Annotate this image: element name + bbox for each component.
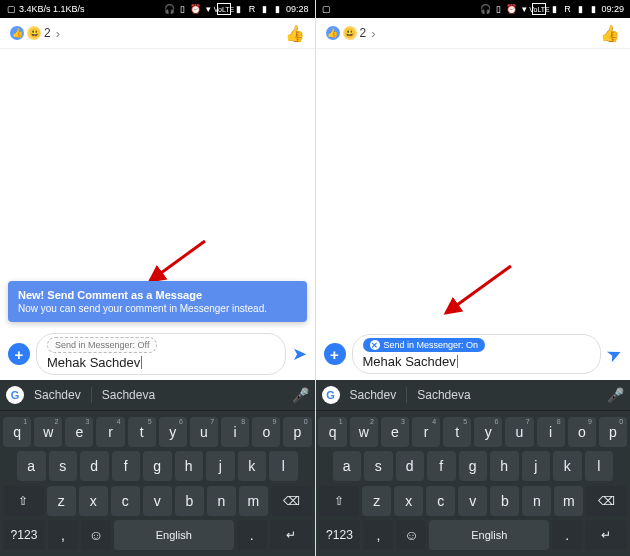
key-[interactable]: , <box>363 520 393 550</box>
key-[interactable]: ↵ <box>585 520 627 550</box>
key-g[interactable]: g <box>459 451 488 481</box>
like-button[interactable]: 👍 <box>600 24 620 43</box>
key-f[interactable]: f <box>112 451 141 481</box>
key-[interactable]: ⇧ <box>319 486 360 516</box>
key-s[interactable]: s <box>49 451 78 481</box>
key-[interactable]: . <box>237 520 267 550</box>
suggestion-2[interactable]: Sachdeva <box>417 388 470 402</box>
key-a[interactable]: a <box>17 451 46 481</box>
key-z[interactable]: z <box>47 486 76 516</box>
key-h[interactable]: h <box>490 451 519 481</box>
key-o[interactable]: o9 <box>568 417 596 447</box>
key-a[interactable]: a <box>333 451 362 481</box>
key-v[interactable]: v <box>458 486 487 516</box>
key-m[interactable]: m <box>554 486 583 516</box>
key-d[interactable]: d <box>396 451 425 481</box>
key-s[interactable]: s <box>364 451 393 481</box>
key-j[interactable]: j <box>522 451 551 481</box>
key-l[interactable]: l <box>585 451 614 481</box>
key-[interactable]: ⌫ <box>586 486 627 516</box>
key-e[interactable]: e3 <box>381 417 409 447</box>
comment-text-input[interactable]: Mehak Sachdev <box>47 355 275 370</box>
battery-icon: ▮ <box>588 4 598 14</box>
key-z[interactable]: z <box>362 486 391 516</box>
key-[interactable]: ⇧ <box>3 486 44 516</box>
key-row-4: ?123,☺English.↵ <box>3 520 312 550</box>
key-i[interactable]: i8 <box>221 417 249 447</box>
key-c[interactable]: c <box>426 486 455 516</box>
key-w[interactable]: w2 <box>350 417 378 447</box>
key-[interactable]: ☺ <box>81 520 111 550</box>
key-m[interactable]: m <box>239 486 268 516</box>
key-q[interactable]: q1 <box>3 417 31 447</box>
send-button[interactable]: ➤ <box>292 343 307 365</box>
key-y[interactable]: y6 <box>474 417 502 447</box>
key-r[interactable]: r4 <box>96 417 124 447</box>
mic-icon[interactable]: 🎤 <box>607 387 624 403</box>
close-icon[interactable]: ✕ <box>370 340 380 350</box>
key-n[interactable]: n <box>207 486 236 516</box>
reactions-summary[interactable]: 👍 😃 2 › <box>10 26 60 41</box>
signal2-icon: ▮ <box>260 4 270 14</box>
key-english[interactable]: English <box>114 520 234 550</box>
key-english[interactable]: English <box>429 520 549 550</box>
screenshot-left: ▢ 3.4KB/s 1.1KB/s 🎧 ▯ ⏰ ▾ VoLTE ▮ R ▮ ▮ … <box>0 0 316 556</box>
key-t[interactable]: t5 <box>443 417 471 447</box>
reactions-summary[interactable]: 👍 😃 2 › <box>326 26 376 41</box>
suggestion-2[interactable]: Sachdeva <box>102 388 155 402</box>
comment-text-input[interactable]: Mehak Sachdev <box>363 354 591 369</box>
key-o[interactable]: o9 <box>252 417 280 447</box>
key-f[interactable]: f <box>427 451 456 481</box>
key-n[interactable]: n <box>522 486 551 516</box>
key-b[interactable]: b <box>490 486 519 516</box>
key-k[interactable]: k <box>553 451 582 481</box>
key-u[interactable]: u7 <box>505 417 533 447</box>
key-k[interactable]: k <box>238 451 267 481</box>
key-x[interactable]: x <box>79 486 108 516</box>
key-j[interactable]: j <box>206 451 235 481</box>
like-button[interactable]: 👍 <box>285 24 305 43</box>
key-c[interactable]: c <box>111 486 140 516</box>
suggestion-1[interactable]: Sachdev <box>34 388 81 402</box>
key-b[interactable]: b <box>175 486 204 516</box>
mic-icon[interactable]: 🎤 <box>292 387 309 403</box>
send-button[interactable]: ➤ <box>603 341 626 367</box>
key-q[interactable]: q1 <box>318 417 346 447</box>
key-d[interactable]: d <box>80 451 109 481</box>
key-u[interactable]: u7 <box>190 417 218 447</box>
key-p[interactable]: p0 <box>599 417 627 447</box>
key-i[interactable]: i8 <box>537 417 565 447</box>
key-x[interactable]: x <box>394 486 423 516</box>
content-area: + ✕ Send in Messenger: On Mehak Sachdev … <box>316 49 631 380</box>
add-attachment-button[interactable]: + <box>8 343 30 365</box>
send-in-messenger-toggle[interactable]: ✕ Send in Messenger: On <box>363 338 486 352</box>
add-attachment-button[interactable]: + <box>324 343 346 365</box>
comment-input-box[interactable]: ✕ Send in Messenger: On Mehak Sachdev <box>352 334 602 374</box>
key-l[interactable]: l <box>269 451 298 481</box>
key-123[interactable]: ?123 <box>3 520 45 550</box>
key-e[interactable]: e3 <box>65 417 93 447</box>
key-p[interactable]: p0 <box>283 417 311 447</box>
comment-input-box[interactable]: Send in Messenger: Off Mehak Sachdev <box>36 333 286 375</box>
suggestion-1[interactable]: Sachdev <box>350 388 397 402</box>
key-[interactable]: , <box>48 520 78 550</box>
key-t[interactable]: t5 <box>128 417 156 447</box>
key-v[interactable]: v <box>143 486 172 516</box>
key-[interactable]: ☺ <box>396 520 426 550</box>
send-in-messenger-toggle[interactable]: Send in Messenger: Off <box>47 337 157 353</box>
key-[interactable]: ⌫ <box>271 486 312 516</box>
key-r[interactable]: r4 <box>412 417 440 447</box>
google-icon[interactable]: G <box>6 386 24 404</box>
key-[interactable]: ↵ <box>270 520 312 550</box>
google-icon[interactable]: G <box>322 386 340 404</box>
suggestion-bar: G Sachdev Sachdeva 🎤 <box>0 380 315 411</box>
key-g[interactable]: g <box>143 451 172 481</box>
key-y[interactable]: y6 <box>159 417 187 447</box>
key-w[interactable]: w2 <box>34 417 62 447</box>
key-[interactable]: . <box>552 520 582 550</box>
key-123[interactable]: ?123 <box>319 520 361 550</box>
battery-icon: ▮ <box>273 4 283 14</box>
net-speed: 3.4KB/s 1.1KB/s <box>19 4 85 14</box>
keyboard: G Sachdev Sachdeva 🎤 q1w2e3r4t5y6u7i8o9p… <box>316 380 631 556</box>
key-h[interactable]: h <box>175 451 204 481</box>
